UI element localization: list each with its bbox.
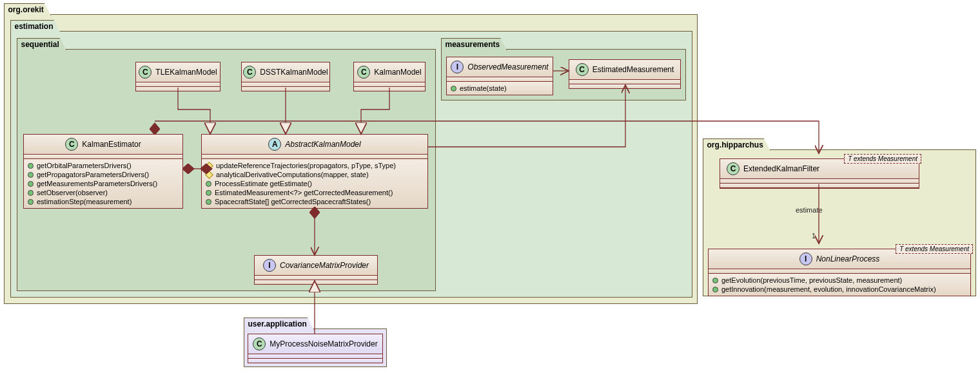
public-method-icon: [28, 172, 34, 178]
class-name: ObservedMeasurement: [467, 62, 548, 71]
package-hipparchus-tab: org.hipparchus: [703, 138, 770, 151]
package-sequential-tab: sequential: [17, 38, 66, 50]
class-name: DSSTKalmanModel: [260, 68, 328, 77]
edge-label-multiplicity-1: 1: [812, 232, 816, 240]
method: analyticalDerivativeComputations(mapper,…: [216, 170, 369, 179]
class-tlekalmanmodel: C TLEKalmanModel: [135, 62, 220, 91]
package-userapp-tab: user.application: [244, 318, 314, 330]
abstract-stereotype-icon: A: [268, 138, 281, 151]
class-stereotype-icon: C: [253, 338, 266, 350]
class-name: CovarianceMatrixProvider: [280, 261, 369, 270]
public-method-icon: [206, 181, 211, 187]
class-abstractkalmanmodel: A AbstractKalmanModel updateReferenceTra…: [201, 134, 428, 209]
class-stereotype-icon: C: [243, 66, 256, 79]
class-name: TLEKalmanModel: [155, 68, 217, 77]
class-name: AbstractKalmanModel: [285, 140, 360, 149]
interface-stereotype-icon: I: [799, 252, 812, 265]
class-kalmanmodel: C KalmanModel: [353, 62, 426, 91]
class-extendedkalmanfilter: C ExtendedKalmanFilter T extends Measure…: [720, 158, 919, 189]
package-orekit-tab: org.orekit: [4, 3, 51, 15]
public-method-icon: [712, 278, 718, 283]
class-stereotype-icon: C: [576, 63, 589, 76]
public-method-icon: [28, 199, 34, 205]
template-parameter: T extends Measurement: [896, 244, 973, 254]
public-method-icon: [28, 190, 34, 196]
public-method-icon: [28, 181, 34, 187]
class-name: EstimatedMeasurement: [593, 65, 674, 74]
public-method-icon: [451, 86, 456, 91]
method: setObserver(observer): [37, 188, 108, 197]
public-method-icon: [28, 163, 34, 169]
method: SpacecraftState[] getCorrectedSpacecraft…: [215, 197, 371, 206]
protected-abstract-method-icon: [205, 162, 213, 170]
interface-covariancematrixprovider: I CovarianceMatrixProvider: [254, 255, 378, 285]
method: EstimatedMeasurement<?> getCorrectedMeas…: [215, 188, 393, 197]
public-method-icon: [206, 190, 211, 196]
class-kalmanestimator: C KalmanEstimator getOrbitalParametersDr…: [23, 134, 183, 209]
method: getInnovation(measurement, evolution, in…: [721, 285, 936, 294]
class-stereotype-icon: C: [139, 66, 152, 79]
package-estimation-tab: estimation: [10, 20, 61, 32]
method: getEvolution(previousTime, previousState…: [721, 276, 902, 285]
edge-label-estimate: estimate: [796, 206, 823, 214]
interface-nonlinearprocess: I NonLinearProcess getEvolution(previous…: [708, 249, 971, 296]
method: updateReferenceTrajectories(propagators,…: [216, 161, 396, 170]
method: getPropagatorsParametersDrivers(): [37, 170, 149, 179]
method: getOrbitalParametersDrivers(): [37, 161, 132, 170]
public-method-icon: [712, 287, 718, 292]
class-name: MyProcessNoiseMatrixProvider: [270, 339, 377, 348]
class-name: KalmanModel: [374, 68, 421, 77]
class-name: KalmanEstimator: [82, 140, 141, 149]
package-measurements-tab: measurements: [441, 38, 507, 50]
protected-abstract-method-icon: [205, 171, 213, 179]
class-estimatedmeasurement: C EstimatedMeasurement: [569, 59, 681, 89]
method: getMeasurementsParametersDrivers(): [37, 179, 157, 188]
class-stereotype-icon: C: [357, 66, 370, 79]
class-myprocessnoisematrixprovider: C MyProcessNoiseMatrixProvider: [248, 334, 383, 363]
class-name: NonLinearProcess: [816, 254, 880, 263]
public-method-icon: [206, 199, 211, 205]
class-stereotype-icon: C: [727, 162, 740, 175]
interface-stereotype-icon: I: [451, 61, 464, 73]
interface-stereotype-icon: I: [263, 259, 276, 272]
template-parameter: T extends Measurement: [844, 154, 921, 164]
class-stereotype-icon: C: [65, 138, 78, 151]
interface-observedmeasurement: I ObservedMeasurement estimate(state): [446, 57, 553, 95]
class-name: ExtendedKalmanFilter: [743, 164, 819, 173]
method: estimationStep(measurement): [37, 197, 132, 206]
class-dsstkalmanmodel: C DSSTKalmanModel: [241, 62, 330, 91]
method: ProcessEstimate getEstimate(): [215, 179, 312, 188]
method: estimate(state): [460, 84, 507, 93]
uml-canvas: org.orekit estimation sequential measure…: [0, 0, 980, 371]
